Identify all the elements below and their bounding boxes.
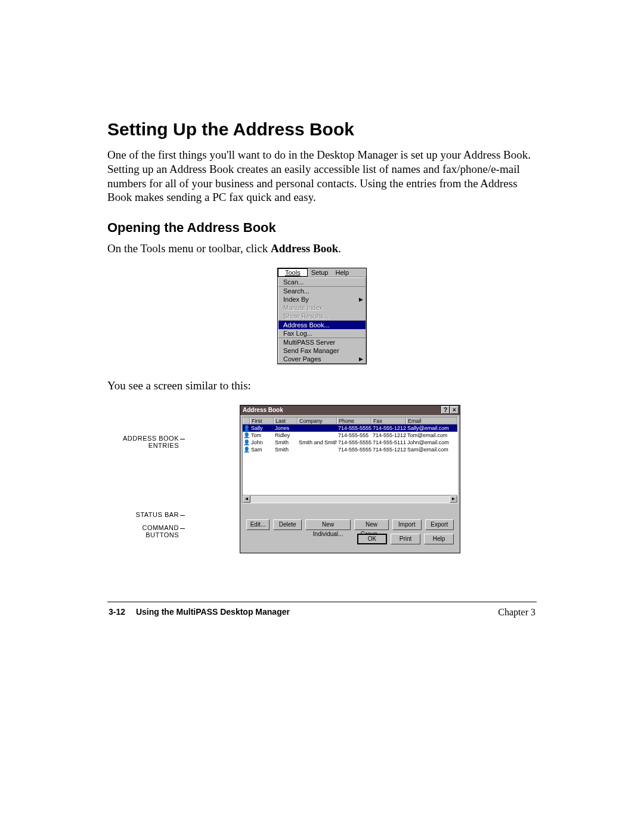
sub-heading: Opening the Address Book <box>107 220 537 236</box>
callout-commands: COMMAND BUTTONS <box>142 524 179 538</box>
cell-last: Jones <box>274 425 298 432</box>
person-icon: 👤 <box>243 432 250 439</box>
menu-item-show-results: Show Results... <box>278 312 366 320</box>
menubar: Tools Setup Help <box>278 268 366 277</box>
menu-item-cover-pages[interactable]: Cover Pages ▶ <box>278 355 366 363</box>
menu-item-index-by[interactable]: Index By ▶ <box>278 295 366 304</box>
col-first[interactable]: First <box>250 417 274 424</box>
close-button[interactable]: × <box>450 406 459 414</box>
cell-last: Smith <box>274 439 298 446</box>
cell-company <box>298 432 337 439</box>
cell-company <box>298 446 337 453</box>
col-fax[interactable]: Fax <box>371 417 406 424</box>
menu-item-multipass-server[interactable]: MultiPASS Server <box>278 338 366 346</box>
cell-email: Sally@email.com <box>406 425 457 432</box>
submenu-arrow-icon: ▶ <box>359 296 363 302</box>
instruction-prefix: On the Tools menu or toolbar, click <box>107 242 271 255</box>
menu-item-search[interactable]: Search... <box>278 287 366 295</box>
titlebar: Address Book ? × <box>240 405 460 415</box>
cell-phone: 714-555-5555 <box>337 425 371 432</box>
cell-phone: 714-555-5555 <box>337 446 371 453</box>
footer-chapter: Chapter 3 <box>498 607 535 618</box>
instruction-bold: Address Book <box>271 242 338 255</box>
ok-button[interactable]: OK <box>357 534 387 544</box>
menu-help[interactable]: Help <box>332 268 352 277</box>
person-icon: 👤 <box>243 425 250 432</box>
menu-item-index-by-label: Index By <box>283 296 309 303</box>
table-row[interactable]: 👤SallyJones714-555-5555714-555-1212Sally… <box>243 425 457 432</box>
import-button[interactable]: Import <box>392 519 422 530</box>
screen-lead: You see a screen similar to this: <box>107 379 537 393</box>
cell-first: Tom <box>250 432 274 439</box>
table-row[interactable]: 👤SamSmith714-555-5555714-555-1212Sam@ema… <box>243 446 457 453</box>
cell-fax: 714-555-1212 <box>371 425 406 432</box>
cell-company <box>298 425 337 432</box>
help-button-bottom[interactable]: Help <box>424 534 454 544</box>
cell-phone: 714-555-555 <box>337 432 371 439</box>
person-icon: 👤 <box>243 439 250 446</box>
col-company[interactable]: Company <box>298 417 337 424</box>
col-email[interactable]: Email <box>406 417 457 424</box>
scroll-right-button[interactable]: ► <box>450 496 457 503</box>
entries-list[interactable]: First Last Company Phone Fax Email 👤Sall… <box>242 417 458 503</box>
intro-paragraph: One of the first things you'll want to d… <box>107 148 537 205</box>
callout-entries: ADDRESS BOOK ENTRIES <box>123 435 179 449</box>
menu-setup[interactable]: Setup <box>308 268 332 277</box>
status-bar <box>242 505 458 517</box>
menu-item-send-fax-manager[interactable]: Send Fax Manager <box>278 346 366 355</box>
export-button[interactable]: Export <box>425 519 454 530</box>
footer-rule <box>107 602 537 602</box>
page-footer: 3-12 Using the MultiPASS Desktop Manager… <box>107 607 537 618</box>
new-group-button[interactable]: New Group... <box>354 519 389 530</box>
cell-email: Tom@email.com <box>406 432 457 439</box>
menu-tools-label: Tools <box>281 268 304 277</box>
cell-last: Ridley <box>274 432 298 439</box>
menu-item-fax-log[interactable]: Fax Log... <box>278 329 366 337</box>
edit-button[interactable]: Edit... <box>246 519 270 530</box>
print-button[interactable]: Print <box>391 534 420 544</box>
cell-email: John@email.com <box>406 439 457 446</box>
cell-email: Sam@email.com <box>406 446 457 453</box>
callout-status: STATUS BAR <box>136 511 179 518</box>
delete-button[interactable]: Delete <box>273 519 302 530</box>
cell-fax: 714-555-1212 <box>371 446 406 453</box>
cell-first: Sam <box>250 446 274 453</box>
cell-fax: 714-555-1212 <box>371 432 406 439</box>
cell-company: Smith and Smith <box>298 439 337 446</box>
submenu-arrow-icon: ▶ <box>359 356 363 362</box>
instruction-line: On the Tools menu or toolbar, click Addr… <box>107 241 537 256</box>
person-icon: 👤 <box>243 446 250 453</box>
col-last[interactable]: Last <box>274 417 298 424</box>
cell-last: Smith <box>274 446 298 453</box>
footer-section: Using the MultiPASS Desktop Manager <box>136 607 290 617</box>
window-title: Address Book <box>242 407 441 413</box>
instruction-suffix: . <box>338 242 341 255</box>
col-phone[interactable]: Phone <box>337 417 371 424</box>
menu-item-address-book[interactable]: Address Book... <box>278 321 366 329</box>
cell-first: John <box>250 439 274 446</box>
menu-item-scan[interactable]: Scan... <box>278 278 366 286</box>
horizontal-scrollbar[interactable]: ◄ ► <box>243 495 457 503</box>
scroll-left-button[interactable]: ◄ <box>243 496 250 503</box>
table-row[interactable]: 👤JohnSmithSmith and Smith714-555-5555714… <box>243 439 457 446</box>
new-individual-button[interactable]: New Individual... <box>305 519 350 530</box>
menu-item-manual-index: Manual Index <box>278 304 366 312</box>
column-headers: First Last Company Phone Fax Email <box>243 417 457 425</box>
page-number: 3-12 <box>109 607 125 617</box>
cell-first: Sally <box>250 425 274 432</box>
menu-item-cover-pages-label: Cover Pages <box>283 355 321 363</box>
command-buttons: Edit... Delete New Individual... New Gro… <box>240 518 460 553</box>
cell-fax: 714-555-5111 <box>371 439 406 446</box>
table-row[interactable]: 👤TomRidley714-555-555714-555-1212Tom@ema… <box>243 432 457 439</box>
address-book-figure: ADDRESS BOOK ENTRIES STATUS BAR COMMAND … <box>107 405 537 566</box>
address-book-window: Address Book ? × First Last Company Phon… <box>240 405 460 553</box>
cell-phone: 714-555-5555 <box>337 439 371 446</box>
tools-menu-figure: Tools Setup Help Scan... Search... Index… <box>277 268 367 364</box>
menu-tools[interactable]: Tools <box>278 268 308 277</box>
help-button[interactable]: ? <box>441 406 450 414</box>
page-heading: Setting Up the Address Book <box>107 119 537 140</box>
